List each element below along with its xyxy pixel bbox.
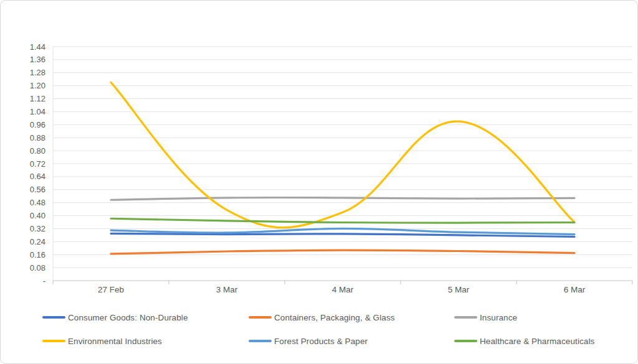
legend-swatch-line [42,316,65,319]
y-axis-label: 1.28 [30,68,45,77]
legend-label: Consumer Goods: Non-Durable [68,313,188,322]
series-line-environmental-industries[interactable] [111,82,574,227]
legend-item-forest-products-paper[interactable]: Forest Products & Paper [249,335,368,347]
legend-swatch-line [249,340,272,342]
legend-swatch-line [42,340,65,342]
y-axis-label: 0.96 [30,120,45,129]
y-axis-label: 1.12 [30,94,45,103]
y-axis-label: 0.24 [30,237,45,246]
y-axis-label: 1.36 [30,55,45,64]
x-axis-label: 3 Mar [216,285,238,294]
legend-item-healthcare-pharmaceuticals[interactable]: Healthcare & Pharmaceuticals [454,335,594,347]
y-axis-label: 0.32 [30,224,45,233]
legend-item-insurance[interactable]: Insurance [454,312,517,323]
line-chart: -0.080.160.240.320.400.480.560.640.720.8… [0,0,638,364]
y-axis-label: 0.08 [30,263,45,273]
x-axis-label: 5 Mar [448,285,470,294]
legend-item-environmental-industries[interactable]: Environmental Industries [42,335,162,347]
legend-label: Containers, Packaging, & Glass [274,313,395,322]
series-line-insurance[interactable] [111,197,574,200]
legend-item-containers-packaging-glass[interactable]: Containers, Packaging, & Glass [249,312,395,323]
legend-label: Environmental Industries [68,337,162,346]
x-axis-label: 4 Mar [332,285,354,294]
legend-swatch-line [454,316,477,319]
y-axis-label: 0.64 [30,172,45,181]
y-axis-label: 0.40 [30,211,45,220]
y-axis-label: 0.88 [30,133,45,142]
legend-label: Forest Products & Paper [274,337,368,346]
y-axis-label: 1.20 [30,81,45,90]
y-axis-label: 0.80 [30,146,45,156]
x-axis-label: 6 Mar [564,285,586,294]
y-axis-label: 0.56 [30,185,45,194]
y-axis-label: 1.04 [30,107,45,116]
series-line-healthcare-pharmaceuticals[interactable] [111,218,574,223]
y-axis-label: 1.44 [30,42,45,52]
y-axis-label: 0.72 [30,159,45,169]
legend-label: Healthcare & Pharmaceuticals [480,337,594,346]
series-line-containers-packaging-glass[interactable] [111,250,574,254]
chart-plot-area: -0.080.160.240.320.400.480.560.640.720.8… [1,1,638,302]
y-axis-label: 0.16 [30,250,45,259]
legend-label: Insurance [480,313,517,322]
legend-swatch-line [249,316,272,319]
y-axis-label: - [43,276,45,286]
legend-item-consumer-goods[interactable]: Consumer Goods: Non-Durable [42,312,188,323]
x-axis-label: 27 Feb [98,285,124,294]
y-axis-label: 0.48 [30,198,45,207]
legend-swatch-line [454,340,477,342]
